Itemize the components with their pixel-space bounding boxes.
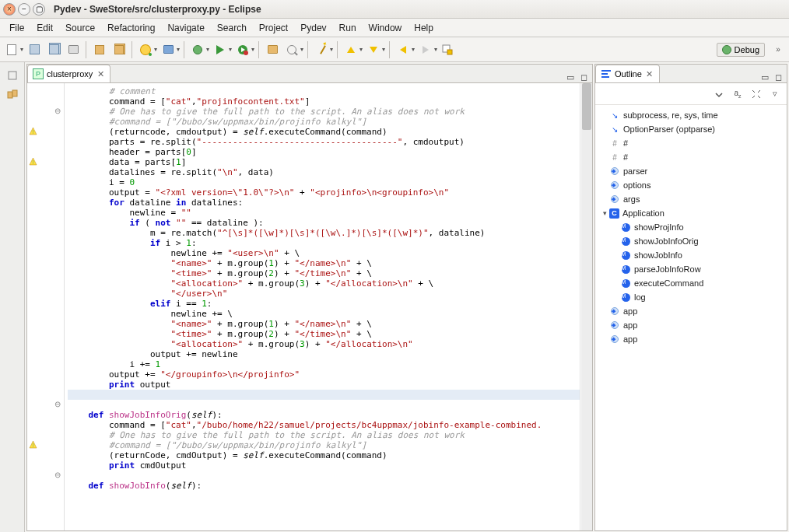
outline-item[interactable]: ◆args: [597, 192, 785, 206]
prev-annotation-button[interactable]: [342, 41, 359, 58]
chevron-down-icon[interactable]: ▾: [434, 46, 437, 53]
outline-item[interactable]: MexecuteCommand: [597, 276, 785, 290]
window-minimize-button[interactable]: −: [18, 3, 30, 16]
new-package-button[interactable]: [91, 41, 108, 58]
warning-marker[interactable]: !: [29, 127, 38, 136]
fold-marker[interactable]: ⊖: [51, 107, 61, 115]
editor-gutter[interactable]: ⊖!!⊖!⊖: [27, 83, 65, 530]
svg-line-18: [758, 90, 760, 93]
save-all-button[interactable]: [45, 41, 62, 58]
outline-pane: Outline ✕ ▭ ◻ az ▿ ↘subprocess, re, sys,…: [594, 64, 787, 531]
run-last-button[interactable]: [234, 41, 251, 58]
maximize-pane-button[interactable]: ◻: [578, 72, 589, 82]
outline-item[interactable]: MshowJobInfo: [597, 248, 785, 262]
close-tab-button[interactable]: ✕: [96, 69, 105, 79]
show-view-button[interactable]: [5, 87, 19, 101]
outline-sort-button[interactable]: az: [731, 87, 745, 101]
chevron-down-icon[interactable]: ▾: [20, 46, 23, 53]
back-button[interactable]: [394, 41, 412, 58]
new-packages-button[interactable]: [110, 41, 128, 58]
window-close-button[interactable]: ×: [3, 3, 16, 16]
minimize-outline-button[interactable]: ▭: [759, 72, 770, 82]
warning-marker[interactable]: !: [29, 157, 38, 166]
outline-item[interactable]: ◆app: [597, 318, 785, 332]
svg-rect-4: [447, 50, 452, 54]
perspective-label: Debug: [735, 45, 759, 54]
editor-tab-clusterproxy[interactable]: P clusterproxy ✕: [27, 65, 110, 82]
chevron-down-icon[interactable]: ▾: [382, 46, 385, 53]
styled-new-button[interactable]: [137, 41, 154, 58]
wand-button[interactable]: [313, 41, 330, 58]
outline-item-label: showJobInfo: [634, 250, 682, 260]
main-area: P clusterproxy ✕ ▭ ◻ ⊖!!⊖!⊖ # comment co…: [0, 62, 789, 532]
chevron-down-icon[interactable]: ▾: [206, 46, 209, 53]
outline-item[interactable]: ▾CApplication: [597, 206, 785, 220]
menu-file[interactable]: File: [3, 21, 30, 35]
perspective-more-button[interactable]: »: [770, 45, 786, 54]
print-button[interactable]: [65, 41, 82, 58]
maximize-outline-button[interactable]: ◻: [773, 72, 784, 82]
outline-item[interactable]: ##: [597, 136, 785, 150]
outline-item[interactable]: MshowJobInfoOrig: [597, 234, 785, 248]
outline-item-label: subprocess, re, sys, time: [623, 110, 718, 120]
code-area[interactable]: # comment command = ["cat","projinfocont…: [65, 83, 580, 530]
menu-help[interactable]: Help: [408, 21, 440, 35]
outline-item[interactable]: ↘OptionParser (optparse): [597, 122, 785, 136]
perspective-debug[interactable]: Debug: [717, 43, 765, 57]
minimize-pane-button[interactable]: ▭: [565, 72, 576, 82]
perspective-strip: [0, 62, 25, 532]
chevron-down-icon[interactable]: ▾: [154, 46, 157, 53]
open-perspective-button[interactable]: [440, 42, 455, 58]
menu-source[interactable]: Source: [59, 21, 101, 35]
outline-collapse-button[interactable]: [712, 87, 726, 101]
menu-run[interactable]: Run: [333, 21, 363, 35]
open-type-button[interactable]: [264, 41, 281, 58]
chevron-down-icon[interactable]: ▾: [412, 46, 415, 53]
save-button[interactable]: [26, 41, 43, 58]
outline-tree[interactable]: ↘subprocess, re, sys, time↘OptionParser …: [595, 105, 787, 530]
outline-item[interactable]: Mlog: [597, 290, 785, 304]
scrollbar-thumb[interactable]: [582, 83, 591, 130]
fold-marker[interactable]: ⊖: [51, 400, 61, 408]
outline-item[interactable]: ◆app: [597, 304, 785, 318]
fast-view-button[interactable]: [5, 68, 19, 82]
separator: [258, 41, 260, 58]
chevron-down-icon[interactable]: ▾: [229, 46, 232, 53]
outline-item[interactable]: MparseJobInfoRow: [597, 262, 785, 276]
menu-refactoring[interactable]: Refactoring: [101, 21, 161, 35]
new-button[interactable]: [3, 41, 20, 58]
forward-button[interactable]: [417, 41, 434, 58]
menu-edit[interactable]: Edit: [30, 21, 59, 35]
overview-ruler[interactable]: [580, 83, 592, 530]
warning-marker[interactable]: !: [29, 440, 38, 450]
outline-item[interactable]: ◆parser: [597, 164, 785, 178]
outline-menu-button[interactable]: ▿: [768, 87, 782, 101]
title-bar: × − ▢ Pydev - SweStore/src/clusterproxy.…: [0, 0, 789, 19]
outline-item[interactable]: ◆app: [597, 332, 785, 346]
svg-line-17: [752, 90, 755, 93]
run-button[interactable]: [212, 41, 229, 58]
chevron-down-icon[interactable]: ▾: [300, 46, 303, 53]
chevron-down-icon[interactable]: ▾: [330, 46, 333, 53]
outline-item[interactable]: ##: [597, 150, 785, 164]
outline-expand-button[interactable]: [749, 87, 763, 101]
menu-project[interactable]: Project: [253, 21, 294, 35]
outline-item[interactable]: ◆options: [597, 178, 785, 192]
chevron-down-icon[interactable]: ▾: [251, 46, 254, 53]
menu-navigate[interactable]: Navigate: [161, 21, 210, 35]
outline-item[interactable]: MshowProjInfo: [597, 220, 785, 234]
search-button[interactable]: [283, 41, 300, 58]
window-maximize-button[interactable]: ▢: [33, 3, 45, 16]
debug-button[interactable]: [189, 41, 206, 58]
menu-pydev[interactable]: Pydev: [294, 21, 332, 35]
open-folder-button[interactable]: [160, 41, 177, 58]
outline-tab[interactable]: Outline ✕: [595, 65, 660, 82]
chevron-down-icon[interactable]: ▾: [359, 46, 363, 53]
menu-search[interactable]: Search: [211, 21, 253, 35]
outline-item[interactable]: ↘subprocess, re, sys, time: [597, 108, 785, 122]
menu-window[interactable]: Window: [363, 21, 409, 35]
fold-marker[interactable]: ⊖: [51, 471, 61, 479]
chevron-down-icon[interactable]: ▾: [177, 46, 180, 53]
close-outline-button[interactable]: ✕: [645, 69, 654, 79]
next-annotation-button[interactable]: [365, 41, 382, 58]
